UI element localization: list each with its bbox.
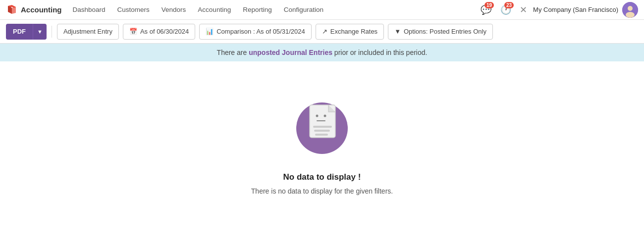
exchange-label: Exchange Rates [330, 28, 377, 35]
brand[interactable]: Accounting [6, 4, 62, 16]
nav-right: 💬 19 🕐 23 ✕ My Company (San Francisco) [478, 2, 638, 18]
date-button[interactable]: 📅 As of 06/30/2024 [123, 24, 195, 40]
date-label: As of 06/30/2024 [140, 28, 189, 35]
chevron-down-icon: ▼ [37, 29, 43, 35]
nav-reporting[interactable]: Reporting [238, 4, 277, 15]
messages-notification[interactable]: 💬 19 [478, 2, 494, 18]
avatar-icon [622, 2, 638, 18]
pdf-dropdown-button[interactable]: ▼ [33, 24, 47, 40]
activity-badge: 23 [504, 2, 514, 8]
empty-subtitle: There is no data to display for the give… [251, 187, 393, 195]
brand-name: Accounting [21, 5, 62, 14]
brand-icon [6, 4, 18, 16]
toolbar-separator [52, 26, 52, 38]
pdf-btn-group: PDF ▼ [6, 24, 47, 40]
unposted-entries-banner: There are unposted Journal Entries prior… [0, 44, 644, 61]
svg-point-1 [628, 6, 633, 11]
nav-accounting[interactable]: Accounting [193, 4, 236, 15]
chart-icon: 📊 [206, 28, 214, 35]
svg-point-5 [316, 115, 319, 117]
calendar-icon: 📅 [129, 28, 137, 35]
nav-customers[interactable]: Customers [112, 4, 155, 15]
toolbar: PDF ▼ Adjustment Entry 📅 As of 06/30/202… [0, 20, 644, 44]
comparison-label: Comparison : As of 05/31/2024 [216, 28, 305, 35]
nav-vendors[interactable]: Vendors [157, 4, 191, 15]
messages-badge: 19 [484, 2, 494, 8]
adjustment-entry-label: Adjustment Entry [63, 28, 112, 35]
empty-state: No data to display ! There is no data to… [0, 61, 644, 215]
svg-rect-9 [314, 130, 330, 132]
options-label: Options: Posted Entries Only [404, 28, 486, 35]
nav-dashboard[interactable]: Dashboard [68, 4, 110, 15]
banner-prefix: There are [217, 49, 249, 56]
unposted-entries-link[interactable]: unposted Journal Entries [249, 49, 332, 56]
navbar: Accounting Dashboard Customers Vendors A… [0, 0, 644, 20]
nav-configuration[interactable]: Configuration [279, 4, 328, 15]
activity-notification[interactable]: 🕐 23 [498, 2, 514, 18]
empty-illustration [287, 91, 357, 160]
svg-point-6 [324, 115, 326, 117]
comparison-button[interactable]: 📊 Comparison : As of 05/31/2024 [199, 24, 312, 40]
banner-suffix: prior or included in this period. [332, 49, 427, 56]
svg-point-2 [626, 12, 635, 18]
empty-title: No data to display ! [283, 172, 361, 182]
options-button[interactable]: ▼ Options: Posted Entries Only [388, 24, 493, 40]
exchange-icon: ↗ [322, 28, 327, 35]
adjustment-entry-button[interactable]: Adjustment Entry [57, 24, 119, 40]
pdf-button[interactable]: PDF [6, 24, 33, 40]
exchange-rates-button[interactable]: ↗ Exchange Rates [316, 24, 384, 40]
close-button[interactable]: ✕ [518, 2, 529, 17]
avatar[interactable] [622, 2, 638, 18]
svg-rect-10 [315, 134, 328, 136]
svg-rect-8 [313, 126, 332, 128]
filter-icon: ▼ [394, 28, 401, 35]
company-label[interactable]: My Company (San Francisco) [533, 6, 618, 13]
